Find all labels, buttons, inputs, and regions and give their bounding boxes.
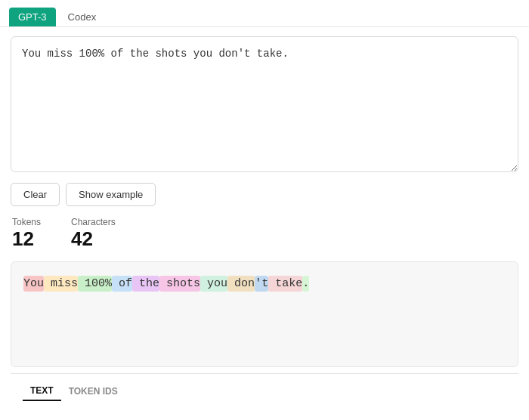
- prompt-textarea[interactable]: [11, 36, 518, 172]
- token-display: You miss 100% of the shots you don't tak…: [23, 273, 506, 295]
- tokens-label: Tokens: [12, 217, 41, 227]
- tab-token-ids[interactable]: TOKEN IDS: [61, 381, 125, 401]
- show-example-button[interactable]: Show example: [66, 183, 156, 206]
- token-chip: you: [200, 276, 227, 292]
- tokens-value: 12: [12, 227, 41, 251]
- token-chip: the: [132, 276, 159, 292]
- tab-text[interactable]: TEXT: [23, 381, 61, 401]
- characters-value: 42: [71, 227, 116, 251]
- token-chip: of: [112, 276, 132, 292]
- token-chip: 100%: [78, 276, 112, 292]
- tab-gpt3[interactable]: GPT-3: [9, 8, 56, 26]
- token-visualization: You miss 100% of the shots you don't tak…: [11, 261, 518, 367]
- token-chip: don: [227, 276, 255, 292]
- characters-stat: Characters 42: [71, 217, 116, 251]
- top-tabs: GPT-3 Codex: [0, 0, 529, 27]
- token-chip: take: [268, 276, 302, 292]
- token-chip: shots: [159, 276, 200, 292]
- token-chip: 't: [255, 276, 268, 292]
- token-chip: .: [302, 276, 309, 292]
- action-buttons: Clear Show example: [11, 183, 518, 206]
- token-chip: miss: [44, 276, 78, 292]
- clear-button[interactable]: Clear: [11, 183, 60, 206]
- bottom-tabs: TEXT TOKEN IDS: [11, 373, 518, 401]
- tab-codex[interactable]: Codex: [59, 8, 106, 26]
- characters-label: Characters: [71, 217, 116, 227]
- tokens-stat: Tokens 12: [12, 217, 41, 251]
- token-chip: You: [23, 276, 44, 292]
- stats-row: Tokens 12 Characters 42: [11, 217, 518, 251]
- main-content: Clear Show example Tokens 12 Characters …: [0, 27, 529, 410]
